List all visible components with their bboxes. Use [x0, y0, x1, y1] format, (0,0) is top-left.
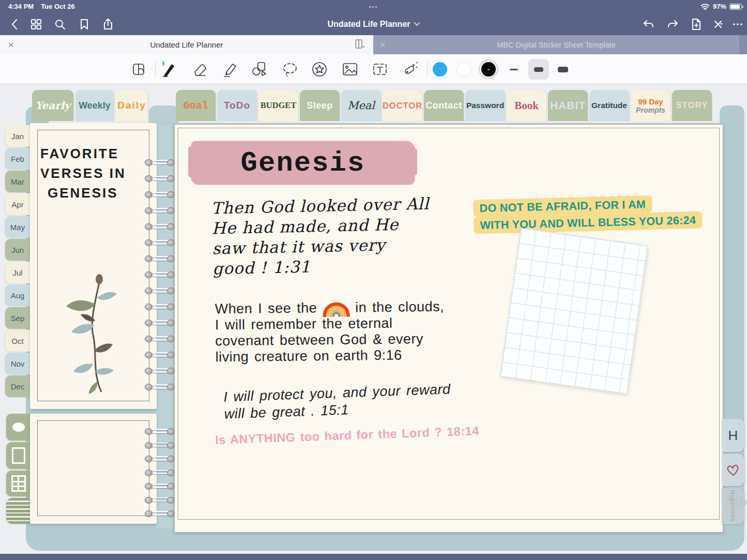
side-tab-h[interactable]: H [722, 419, 744, 452]
planner-tab-doctor[interactable]: DOCTOR [383, 90, 422, 121]
title-banner-sticker: Genesis [191, 141, 415, 185]
planner-tab-password[interactable]: Password [465, 90, 505, 121]
spiral-ring [145, 271, 175, 279]
side-tab-heart[interactable] [722, 454, 744, 486]
month-tab-may[interactable]: May [5, 216, 30, 238]
circle-icon [12, 422, 25, 432]
lasso-tool-icon[interactable] [279, 58, 301, 81]
month-tab-jul[interactable]: Jul [5, 262, 30, 283]
ink-color-black-selected[interactable]: ⌄ [481, 62, 496, 77]
graph-paper-sticker [500, 228, 648, 394]
month-tab-sep[interactable]: Sep [5, 307, 30, 329]
month-tab-nov[interactable]: Nov [5, 353, 30, 374]
stickers-tool-icon[interactable] [308, 58, 331, 81]
ink-color-white[interactable] [456, 62, 471, 77]
grid-icon [11, 475, 26, 492]
stroke-medium[interactable] [528, 59, 549, 80]
left-page-title: FAVORITE VERSES IN GENESIS [40, 144, 126, 203]
add-page-button[interactable] [687, 15, 706, 34]
month-tab-jun[interactable]: Jun [5, 239, 30, 261]
spiral-ring [145, 175, 175, 183]
spiral-ring [145, 319, 175, 327]
month-tab-dec[interactable]: Dec [5, 375, 30, 397]
planner-tab-book[interactable]: Book [507, 90, 546, 121]
stroke-thick[interactable] [553, 59, 573, 80]
spiral-ring [145, 469, 175, 477]
editing-toolbar: ⌄ [0, 54, 747, 84]
planner-tab-yearly[interactable]: Yearly [32, 90, 73, 121]
more-options-button[interactable] [728, 15, 747, 34]
battery-icon [729, 4, 742, 10]
tab-undated-life-planner[interactable]: ✕ Undated Life Planner [0, 35, 373, 54]
planner-tab-sleep[interactable]: Sleep [300, 90, 340, 121]
planner-tabs-left-group: YearlyWeeklyDaily [32, 90, 148, 121]
laser-pointer-tool-icon[interactable] [398, 58, 421, 81]
eraser-tool-icon[interactable] [189, 58, 211, 81]
planner-tab-habit[interactable]: HABIT [548, 90, 588, 121]
tab-mbc-sticker-sheet[interactable]: ✕ MBC Digital Sticker Sheet Template [373, 35, 739, 54]
spiral-ring [145, 442, 175, 449]
month-tab-aug[interactable]: Aug [5, 284, 30, 306]
month-tab-strip: JanFebMarAprMayJunJulAugSepOctNovDec [5, 125, 30, 397]
square-icon [12, 447, 25, 464]
spiral-ring [145, 351, 175, 359]
stroke-thin[interactable] [504, 59, 524, 80]
brand-mark: Mb [724, 494, 746, 510]
redo-button[interactable] [663, 15, 682, 34]
planner-tab-gratitude[interactable]: Gratitude [589, 90, 629, 121]
month-tab-jan[interactable]: Jan [5, 125, 30, 147]
page-view-icon[interactable] [355, 39, 366, 51]
goodnotes-app: 4:34 PM Tue Oct 26 ••• 97% [0, 0, 747, 560]
ink-line: I will remember the eternal [215, 315, 445, 334]
planner-tab-story[interactable]: STORY [672, 90, 712, 121]
document-title[interactable]: Undated Life Planner [0, 13, 747, 35]
ink-line: covenant between God & every [215, 331, 445, 350]
spiral-ring [145, 287, 175, 295]
document-tab-bar: ✕ Undated Life Planner ✕ MBC Digital Sti… [0, 35, 747, 54]
ink-line: living creature on earth 9:16 [215, 347, 445, 366]
close-icon[interactable] [709, 15, 727, 34]
spiral-ring [145, 207, 175, 215]
planner-tab-99-day[interactable]: 99 DayPrompts [631, 90, 670, 121]
planner-tabs-main-group: GoalToDoBUDGETSleepMealDOCTORContactPass… [176, 90, 712, 121]
spiral-ring [145, 496, 175, 504]
side-tab-hyperlinks[interactable]: Mb Hyperlinks [722, 488, 744, 524]
battery-percent: 97% [713, 3, 726, 10]
spiral-ring [145, 335, 175, 343]
corner-tab-square[interactable] [6, 442, 31, 469]
read-only-mode-icon[interactable] [127, 58, 150, 81]
multitask-dots[interactable]: ••• [0, 4, 747, 10]
undo-button[interactable] [639, 15, 658, 34]
planner-tab-goal[interactable]: Goal [176, 90, 216, 121]
planner-tab-daily[interactable]: Daily [116, 90, 148, 121]
heart-icon [724, 462, 742, 478]
spiral-ring [145, 303, 175, 311]
planner-tab-weekly[interactable]: Weekly [75, 90, 114, 121]
month-tab-apr[interactable]: Apr [5, 193, 30, 215]
corner-tab-circle[interactable] [6, 414, 31, 441]
plant-illustration [61, 273, 128, 395]
ink-color-blue[interactable] [433, 62, 447, 77]
highlighter-tool-icon[interactable] [219, 58, 241, 81]
text-tool-icon[interactable] [369, 58, 391, 81]
month-tab-oct[interactable]: Oct [5, 330, 30, 352]
image-tool-icon[interactable] [339, 58, 361, 81]
planner-tab-meal[interactable]: Meal [341, 90, 381, 121]
pen-tool-icon[interactable] [157, 58, 179, 81]
spiral-ring [145, 223, 175, 231]
planner-page: Genesis Then God looked over AllHe had m… [174, 124, 723, 533]
chevron-down-icon [414, 22, 420, 26]
spiral-ring [145, 510, 175, 518]
shapes-tool-icon[interactable] [248, 58, 271, 81]
month-tab-mar[interactable]: Mar [5, 171, 30, 192]
status-bar: 4:34 PM Tue Oct 26 ••• 97% [0, 0, 747, 13]
planner-tab-budget[interactable]: BUDGET [258, 90, 298, 121]
month-tab-feb[interactable]: Feb [5, 148, 30, 170]
planner-tab-todo[interactable]: ToDo [217, 90, 257, 121]
bottom-bar [0, 554, 747, 560]
planner-tab-contact[interactable]: Contact [424, 90, 464, 121]
highlighted-verse-26-24: DO NOT BE AFRAID, FOR I AMWITH YOU AND W… [473, 194, 702, 234]
corner-tab-grid[interactable] [6, 471, 31, 496]
corner-tab-lines[interactable] [6, 498, 33, 524]
handwritten-verse-9-16: When I see the in the clouds, I will rem… [215, 294, 445, 366]
